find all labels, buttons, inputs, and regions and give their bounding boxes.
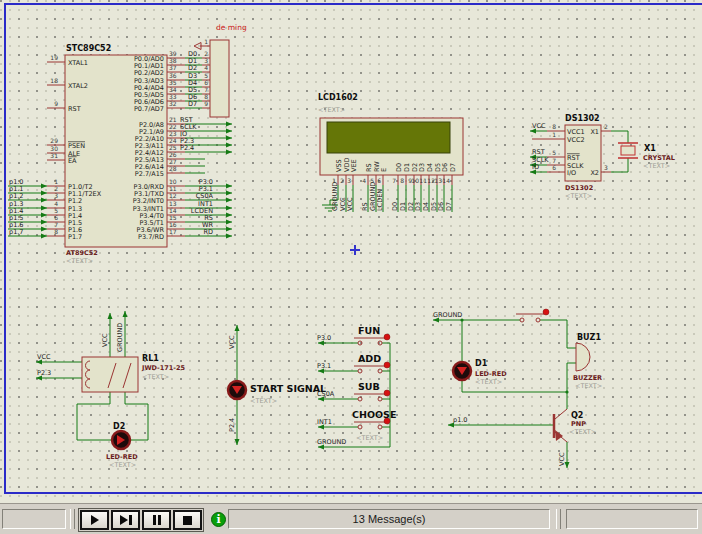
part-value: BUZZER xyxy=(573,374,602,382)
pin-number: 13 xyxy=(169,200,177,207)
net-label: VCC xyxy=(101,333,109,347)
pause-icon xyxy=(158,515,161,525)
play-button[interactable] xyxy=(80,510,109,530)
pin-number: 6 xyxy=(204,79,208,86)
pin-number: 14 xyxy=(442,177,450,184)
button-actuator[interactable] xyxy=(384,362,390,368)
crystal-x1[interactable]: X1 CRYSTAL <TEXT> xyxy=(618,143,675,170)
part-text-placeholder: <TEXT> xyxy=(142,373,169,381)
mcu-stc89c52[interactable]: STC89C52 AT89C52 <TEXT> XTAL1 XTAL2 RST … xyxy=(8,44,232,265)
button-label: CHOOSE xyxy=(352,409,396,420)
button-actuator[interactable] xyxy=(384,334,390,340)
pin-number: 1 xyxy=(54,178,58,185)
pin-number: 1 xyxy=(204,38,208,45)
net-label: D6 xyxy=(437,202,445,211)
pin-number: 8 xyxy=(552,123,556,130)
net-label: p1.7 xyxy=(9,228,23,236)
pin-name: D6 xyxy=(441,163,449,172)
net-label: VCC xyxy=(532,122,546,130)
pin-number: 3 xyxy=(54,192,58,199)
net-label: LCDEN xyxy=(376,189,384,211)
part-ref: RL1 xyxy=(142,354,159,363)
step-button[interactable] xyxy=(111,510,140,530)
net-label: GROUND xyxy=(433,311,462,319)
button-label: FUN xyxy=(358,325,380,336)
pin-number: 34 xyxy=(169,86,177,93)
part-text-placeholder: <TEXT> xyxy=(109,461,136,469)
connector-deming[interactable]: de ming 1 2 3 4 5 6 7 8 9 xyxy=(194,23,247,117)
connector-body xyxy=(210,40,229,117)
message-panel[interactable]: 13 Message(s) xyxy=(228,509,550,529)
junction-dot xyxy=(565,390,568,393)
pin-name: P0.2/AD2 xyxy=(134,69,164,77)
pin-number: 5 xyxy=(552,149,556,156)
pin-number: 3 xyxy=(604,164,608,171)
net-label: D0 xyxy=(391,202,399,211)
pin-name: P1.7 xyxy=(68,233,82,241)
part-value: CRYSTAL xyxy=(643,154,675,162)
part-value: AT89C52 xyxy=(66,249,98,257)
net-label: IO xyxy=(532,163,539,171)
wire-arrowheads xyxy=(226,122,232,239)
part-value: LED-RED xyxy=(475,370,507,378)
pin-number: 33 xyxy=(169,93,177,100)
schematic-canvas[interactable]: STC89C52 AT89C52 <TEXT> XTAL1 XTAL2 RST … xyxy=(0,0,702,503)
pin-number: 7 xyxy=(204,86,208,93)
lcd-screen xyxy=(327,122,450,153)
step-bar-icon xyxy=(129,515,132,525)
net-label: CS0A xyxy=(196,192,214,200)
button-terminal xyxy=(358,369,362,373)
relay-rl1[interactable]: VCC P2.3 VCC GROUND RL1 JWD-171-25 <TEXT… xyxy=(36,311,186,440)
net-label: INT1 xyxy=(317,418,332,426)
wire-arrowheads xyxy=(433,318,570,469)
pin-name: XTAL1 xyxy=(68,59,88,67)
pin-number: 2 xyxy=(204,50,208,57)
net-label: VCC xyxy=(346,197,354,211)
buzzer-body xyxy=(576,343,590,371)
rtc-ds1302[interactable]: DS1302 VCC1 VCC2 RST SCLK I/O X1 X2 8 1 … xyxy=(530,114,628,200)
button-terminal xyxy=(358,397,362,401)
pin-name: P2.7/A15 xyxy=(135,170,164,178)
pin-number: 29 xyxy=(50,137,58,144)
button-actuator[interactable] xyxy=(384,390,390,396)
pin-number: 27 xyxy=(169,158,177,165)
part-value: JWD-171-25 xyxy=(141,364,186,372)
button-terminal xyxy=(520,318,524,322)
pin-number: 38 xyxy=(169,57,177,64)
simulation-controls xyxy=(78,508,204,532)
pin-name: X2 xyxy=(590,169,599,177)
pin-number: 13 xyxy=(434,177,442,184)
alarm-wires xyxy=(433,320,576,468)
button-terminal xyxy=(378,397,382,401)
alarm-circuit[interactable]: GROUND D1 LED-RED <TEXT> BUZ1 BUZZER <TE… xyxy=(433,309,602,468)
part-text-placeholder: <TEXT> xyxy=(66,257,93,265)
pin-number: 21 xyxy=(169,116,177,123)
stop-icon xyxy=(183,516,192,525)
part-ref: STC89C52 xyxy=(66,44,111,53)
part-ref: D1 xyxy=(475,359,488,368)
keypad-buttons[interactable]: FUN ADD SUB CHOOSE P3.0 P3.1 CS0A INT1 G… xyxy=(317,325,396,450)
wire-arrowheads xyxy=(41,184,47,239)
net-label: P3.0 xyxy=(317,334,331,342)
net-label: D4 xyxy=(422,202,430,211)
stop-button[interactable] xyxy=(173,510,202,530)
net-label: p1.2 xyxy=(9,192,23,200)
pin-name: EA xyxy=(68,157,77,165)
pin-name: VSS xyxy=(335,159,343,172)
pause-button[interactable] xyxy=(142,510,171,530)
pin-number: 18 xyxy=(50,77,58,84)
lcd1602[interactable]: LCD1602 <TEXT> VSS VDD VEE RS RW E D0 D1… xyxy=(318,93,463,212)
led-d2[interactable]: D2 LED-RED <TEXT> xyxy=(106,422,138,469)
pin-number: 4 xyxy=(54,200,58,207)
button-actuator[interactable] xyxy=(543,309,549,315)
start-signal-led[interactable]: VCC P2.4 START SIGNAL <TEXT> xyxy=(228,325,326,445)
pin-name: XTAL2 xyxy=(68,82,88,90)
pnp-arrow-icon xyxy=(555,430,563,441)
net-label: D3 xyxy=(414,202,422,211)
part-text-placeholder: <TEXT> xyxy=(565,192,592,200)
net-label: P3.1 xyxy=(317,362,331,370)
net-label: VCC xyxy=(37,353,51,361)
separator-grip xyxy=(556,509,561,529)
net-label: P2.4 xyxy=(228,418,236,432)
status-panel-right xyxy=(566,509,698,529)
